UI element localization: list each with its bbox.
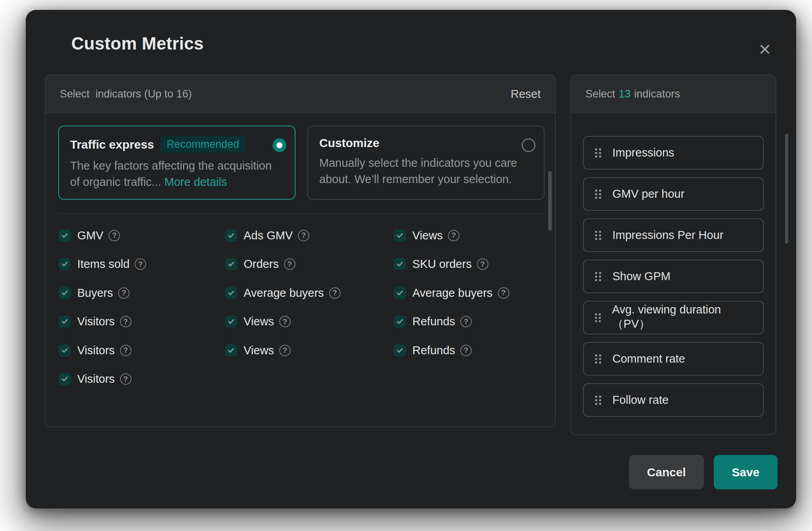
help-icon[interactable]: ?: [120, 373, 132, 385]
checkbox-checked[interactable]: [225, 287, 237, 299]
drag-handle-icon[interactable]: [594, 353, 602, 365]
drag-handle-icon[interactable]: [594, 395, 602, 406]
save-button[interactable]: Save: [714, 455, 778, 489]
help-icon[interactable]: ?: [120, 345, 132, 356]
checkbox-checked[interactable]: [394, 287, 406, 299]
dialog-title: Custom Metrics: [71, 34, 204, 53]
check-icon: [396, 290, 404, 296]
drag-handle-icon[interactable]: [594, 312, 602, 323]
metric-row-buyers[interactable]: Buyers ?: [59, 279, 225, 308]
metric-label: Visitors: [77, 344, 115, 357]
option-card-customize[interactable]: Customize Manually select the indicators…: [307, 126, 545, 200]
help-icon[interactable]: ?: [477, 258, 488, 270]
help-icon[interactable]: ?: [329, 287, 341, 299]
checkbox-checked[interactable]: [59, 373, 71, 385]
right-panel-body: Impressions GMV per hour Impressions Per…: [571, 113, 776, 434]
modal-scrollbar-thumb[interactable]: [785, 134, 788, 244]
metric-row-refunds[interactable]: Refunds ?: [394, 308, 537, 336]
metric-row-gmv[interactable]: GMV ?: [59, 221, 225, 250]
check-icon: [61, 318, 69, 325]
radio-customize-unselected[interactable]: [522, 138, 536, 152]
indicator-item-comment-rate[interactable]: Comment rate: [583, 342, 764, 376]
metric-label: Visitors: [77, 315, 115, 328]
metric-row-items-sold[interactable]: Items sold ?: [59, 250, 225, 279]
selected-indicators-list: Impressions GMV per hour Impressions Per…: [583, 136, 764, 424]
help-icon[interactable]: ?: [118, 287, 130, 299]
metric-label: Average buyers: [412, 287, 493, 300]
checkbox-checked[interactable]: [394, 258, 406, 270]
metric-label: Visitors: [77, 372, 115, 386]
checkbox-checked[interactable]: [59, 344, 71, 357]
checkbox-checked[interactable]: [394, 344, 406, 357]
help-icon[interactable]: ?: [298, 230, 309, 241]
left-panel-header: Select indicators (Up to 16) Reset: [46, 75, 555, 113]
drag-handle-icon[interactable]: [594, 189, 602, 200]
drag-handle-icon[interactable]: [594, 230, 602, 241]
metric-label: Refunds: [412, 315, 455, 328]
close-button[interactable]: ✕: [754, 38, 776, 61]
cancel-button[interactable]: Cancel: [629, 455, 704, 489]
metrics-grid: GMV ? Ads GMV ? Views ? Items sold ?: [59, 221, 537, 393]
help-icon[interactable]: ?: [460, 345, 472, 356]
recommended-badge: Recommended: [160, 136, 246, 153]
traffic-express-title: Traffic express: [70, 138, 154, 151]
check-icon: [227, 347, 235, 354]
help-icon[interactable]: ?: [279, 316, 291, 327]
checkbox-checked[interactable]: [394, 315, 406, 328]
metric-label: Views: [412, 229, 443, 242]
metric-row-views[interactable]: Views ?: [394, 221, 537, 250]
check-icon: [396, 347, 404, 354]
indicator-item-follow-rate[interactable]: Follow rate: [583, 383, 764, 417]
more-details-link[interactable]: More details: [164, 176, 227, 188]
metric-label: SKU orders: [412, 258, 472, 271]
metric-label: Views: [244, 344, 274, 357]
check-icon: [61, 232, 69, 239]
checkbox-checked[interactable]: [225, 258, 237, 270]
checkbox-checked[interactable]: [59, 287, 71, 299]
reset-button[interactable]: Reset: [511, 88, 541, 101]
checkbox-checked[interactable]: [59, 229, 71, 242]
check-icon: [61, 347, 69, 354]
radio-traffic-express-selected[interactable]: [273, 138, 286, 152]
metric-row-visitors[interactable]: Visitors ?: [59, 308, 225, 336]
metric-row-visitors[interactable]: Visitors ?: [59, 365, 225, 394]
checkbox-checked[interactable]: [394, 229, 406, 242]
checkbox-checked[interactable]: [59, 258, 71, 270]
help-icon[interactable]: ?: [279, 345, 291, 356]
option-card-traffic-express[interactable]: Traffic express Recommended The key fact…: [58, 126, 295, 200]
metric-row-ads-gmv[interactable]: Ads GMV ?: [225, 221, 394, 250]
metric-label: GMV: [77, 229, 103, 242]
left-panel-scrollbar-thumb[interactable]: [548, 171, 552, 231]
checkbox-checked[interactable]: [225, 344, 237, 357]
indicator-item-avg-viewing-duration[interactable]: Avg. viewing duration（PV）: [583, 301, 764, 334]
metric-row-sku-orders[interactable]: SKU orders ?: [394, 250, 537, 279]
help-icon[interactable]: ?: [284, 258, 295, 270]
help-icon[interactable]: ?: [135, 258, 146, 270]
drag-handle-icon[interactable]: [594, 147, 602, 159]
indicator-item-impressions-per-hour[interactable]: Impressions Per Hour: [583, 218, 764, 252]
checkbox-checked[interactable]: [225, 315, 237, 328]
help-icon[interactable]: ?: [448, 230, 459, 241]
indicator-item-show-gpm[interactable]: Show GPM: [583, 260, 764, 293]
checkbox-checked[interactable]: [59, 315, 71, 328]
check-icon: [227, 261, 235, 267]
metric-row-views[interactable]: Views ?: [225, 336, 394, 365]
help-icon[interactable]: ?: [498, 287, 509, 299]
help-icon[interactable]: ?: [460, 316, 472, 327]
metric-row-orders[interactable]: Orders ?: [225, 250, 394, 279]
metric-label: Orders: [244, 258, 279, 271]
check-icon: [227, 290, 235, 296]
metric-row-average-buyers[interactable]: Average buyers ?: [225, 279, 394, 308]
indicator-item-impressions[interactable]: Impressions: [583, 136, 764, 170]
check-icon: [61, 290, 69, 296]
metric-row-average-buyers[interactable]: Average buyers ?: [394, 279, 537, 308]
metric-row-visitors[interactable]: Visitors ?: [59, 336, 225, 365]
metric-row-refunds[interactable]: Refunds ?: [394, 336, 537, 365]
metric-label: Refunds: [412, 344, 455, 357]
help-icon[interactable]: ?: [109, 230, 120, 241]
checkbox-checked[interactable]: [225, 229, 237, 242]
drag-handle-icon[interactable]: [594, 271, 602, 282]
indicator-item-gmv-per-hour[interactable]: GMV per hour: [583, 177, 764, 211]
help-icon[interactable]: ?: [120, 316, 132, 327]
metric-row-views[interactable]: Views ?: [225, 308, 394, 336]
